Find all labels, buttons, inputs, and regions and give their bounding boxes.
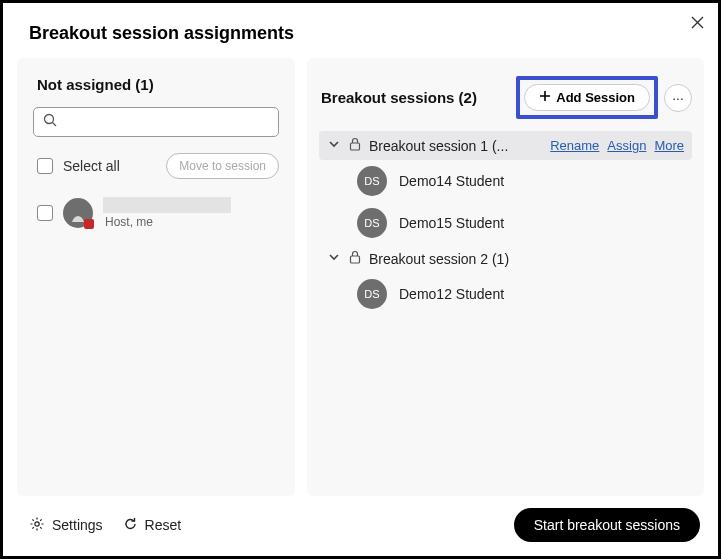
ellipsis-icon: ··· xyxy=(672,90,684,106)
student-row[interactable]: DS Demo15 Student xyxy=(319,202,692,244)
participant-name-redacted xyxy=(103,197,231,213)
search-input[interactable] xyxy=(33,107,279,137)
gear-icon xyxy=(29,516,45,535)
add-session-button[interactable]: Add Session xyxy=(524,84,650,111)
start-sessions-button[interactable]: Start breakout sessions xyxy=(514,508,700,542)
student-row[interactable]: DS Demo14 Student xyxy=(319,160,692,202)
sessions-title: Breakout sessions (2) xyxy=(319,89,516,106)
move-to-session-button[interactable]: Move to session xyxy=(166,153,279,179)
add-session-label: Add Session xyxy=(556,90,635,105)
not-assigned-title: Not assigned (1) xyxy=(33,76,279,93)
footer: Settings Reset Start breakout sessions xyxy=(29,508,700,542)
select-all-checkbox[interactable] xyxy=(37,158,53,174)
svg-point-4 xyxy=(35,521,39,525)
chevron-down-icon xyxy=(327,137,341,154)
search-icon xyxy=(43,113,57,131)
sessions-panel: Breakout sessions (2) Add Session ··· xyxy=(307,58,704,496)
reset-button[interactable]: Reset xyxy=(123,516,182,534)
svg-rect-2 xyxy=(351,143,360,150)
reset-label: Reset xyxy=(145,517,182,533)
session-name: Breakout session 2 (1) xyxy=(369,251,509,267)
not-assigned-panel: Not assigned (1) Select all Move to sess… xyxy=(17,58,295,496)
assign-link[interactable]: Assign xyxy=(607,138,646,153)
participant-checkbox[interactable] xyxy=(37,205,53,221)
more-link[interactable]: More xyxy=(654,138,684,153)
plus-icon xyxy=(539,90,551,105)
avatar: DS xyxy=(357,208,387,238)
more-options-button[interactable]: ··· xyxy=(664,84,692,112)
session-name: Breakout session 1 (... xyxy=(369,138,508,154)
avatar: DS xyxy=(357,279,387,309)
lock-icon xyxy=(349,137,361,154)
session-header[interactable]: Breakout session 1 (... Rename Assign Mo… xyxy=(319,131,692,160)
student-name: Demo14 Student xyxy=(399,173,504,189)
select-all-label: Select all xyxy=(63,158,120,174)
svg-rect-3 xyxy=(351,256,360,263)
reset-icon xyxy=(123,516,138,534)
chevron-down-icon xyxy=(327,250,341,267)
settings-button[interactable]: Settings xyxy=(29,516,103,535)
svg-point-0 xyxy=(45,115,54,124)
avatar xyxy=(63,198,93,228)
add-session-highlight: Add Session xyxy=(516,76,658,119)
student-name: Demo12 Student xyxy=(399,286,504,302)
session-header[interactable]: Breakout session 2 (1) xyxy=(319,244,692,273)
avatar: DS xyxy=(357,166,387,196)
lock-icon xyxy=(349,250,361,267)
participant-sub: Host, me xyxy=(103,215,231,229)
settings-label: Settings xyxy=(52,517,103,533)
svg-line-1 xyxy=(53,123,57,127)
select-all-wrap[interactable]: Select all xyxy=(37,158,120,174)
participant-row[interactable]: Host, me xyxy=(33,193,279,233)
student-name: Demo15 Student xyxy=(399,215,504,231)
search-wrap xyxy=(33,107,279,137)
student-row[interactable]: DS Demo12 Student xyxy=(319,273,692,315)
page-title: Breakout session assignments xyxy=(3,3,718,58)
rename-link[interactable]: Rename xyxy=(550,138,599,153)
close-icon[interactable] xyxy=(691,15,704,33)
